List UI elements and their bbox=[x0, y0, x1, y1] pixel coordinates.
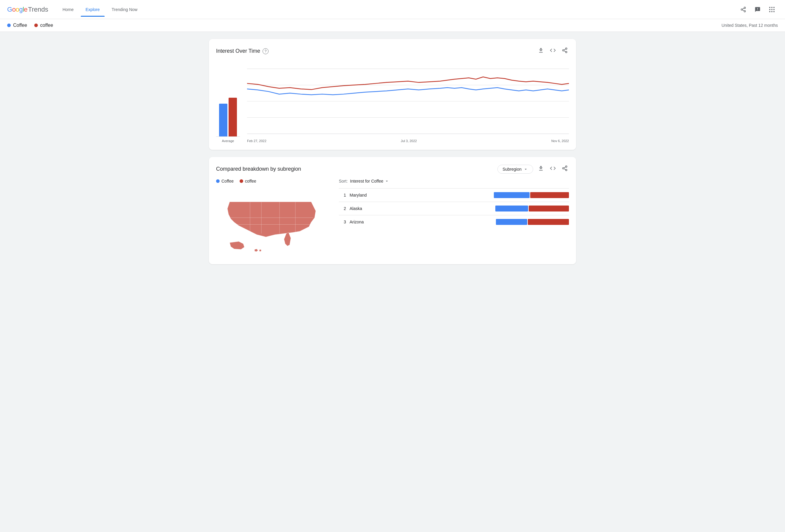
rank-1: 1 bbox=[339, 193, 346, 197]
svg-point-6 bbox=[563, 50, 564, 51]
nav-home[interactable]: Home bbox=[58, 5, 78, 14]
region-bar-blue-3 bbox=[496, 219, 527, 225]
term2-dot bbox=[34, 24, 38, 27]
red-line bbox=[247, 77, 569, 90]
share-button-interest[interactable] bbox=[561, 46, 569, 56]
feedback-button[interactable] bbox=[752, 4, 763, 16]
feedback-icon bbox=[755, 6, 761, 12]
region-name-3: Arizona bbox=[350, 219, 492, 224]
embed-button-interest[interactable] bbox=[549, 46, 557, 56]
term1-dot bbox=[7, 24, 11, 27]
search-term-2: coffee bbox=[34, 23, 53, 28]
region-bar-blue-1 bbox=[494, 192, 530, 198]
search-bar-area: Coffee coffee United States, Past 12 mon… bbox=[0, 19, 785, 32]
svg-point-0 bbox=[744, 7, 746, 8]
region-bar-blue-2 bbox=[495, 206, 528, 212]
region-name-2: Alaska bbox=[350, 206, 492, 211]
svg-point-7 bbox=[566, 51, 567, 53]
region-bar-red-1 bbox=[530, 192, 569, 198]
breakdown-title: Compared breakdown by subregion bbox=[216, 166, 301, 172]
download-button-interest[interactable] bbox=[537, 46, 545, 56]
usa-map-svg bbox=[216, 188, 329, 256]
legend-label-coffee: Coffee bbox=[222, 179, 234, 184]
svg-line-22 bbox=[564, 168, 566, 169]
search-term-1: Coffee bbox=[7, 23, 27, 28]
region-bar-red-2 bbox=[529, 206, 569, 212]
card-header-breakdown: Compared breakdown by subregion Subregio… bbox=[216, 164, 569, 174]
embed-icon-breakdown bbox=[550, 165, 556, 171]
chevron-down-icon bbox=[523, 167, 528, 171]
apps-icon bbox=[769, 7, 775, 12]
chart-container: Average 100 75 50 25 bbox=[216, 61, 569, 143]
region-row-1: 1 Maryland bbox=[339, 188, 569, 202]
legend-dot-blue bbox=[216, 179, 220, 183]
x-axis-labels: Feb 27, 2022 Jul 3, 2022 Nov 6, 2022 bbox=[247, 139, 569, 143]
line-chart-svg: 100 75 50 25 bbox=[247, 65, 569, 137]
svg-point-21 bbox=[566, 169, 567, 171]
region-bar-red-3 bbox=[528, 219, 569, 225]
header: Google Trends Home Explore Trending Now bbox=[0, 0, 785, 19]
download-button-breakdown[interactable] bbox=[537, 164, 545, 174]
share-icon-interest bbox=[562, 47, 568, 53]
rank-3: 3 bbox=[339, 219, 346, 224]
interest-over-time-card: Interest Over Time ? bbox=[209, 39, 576, 150]
svg-line-8 bbox=[564, 51, 566, 52]
nav-explore[interactable]: Explore bbox=[81, 5, 104, 14]
legend-item-coffee: Coffee bbox=[216, 179, 234, 184]
card-actions-breakdown: Subregion bbox=[498, 164, 569, 174]
subregion-label: Subregion bbox=[503, 167, 522, 171]
breakdown-right: Sort: Interest for Coffee 1 Maryland bbox=[339, 179, 569, 257]
avg-baseline bbox=[216, 136, 240, 137]
logo-container: Google Trends bbox=[7, 6, 48, 14]
svg-line-4 bbox=[742, 8, 744, 9]
card-actions-interest bbox=[537, 46, 569, 56]
sort-chevron-icon bbox=[384, 179, 389, 184]
svg-point-2 bbox=[744, 10, 746, 12]
avg-bar-red bbox=[229, 98, 237, 136]
download-icon-breakdown bbox=[538, 165, 544, 171]
avg-bar-blue bbox=[219, 104, 227, 136]
breakdown-legend: Coffee coffee bbox=[216, 179, 329, 184]
blue-line bbox=[247, 87, 569, 95]
line-chart-area: 100 75 50 25 Feb 27, 2022 Jul 3, 2022 No… bbox=[247, 65, 569, 143]
help-icon[interactable]: ? bbox=[262, 48, 269, 54]
main-content: Interest Over Time ? bbox=[202, 32, 583, 278]
breakdown-card: Compared breakdown by subregion Subregio… bbox=[209, 157, 576, 264]
embed-icon bbox=[550, 47, 556, 53]
x-label-end: Nov 6, 2022 bbox=[551, 139, 569, 143]
apps-button[interactable] bbox=[766, 4, 778, 16]
legend-dot-red bbox=[239, 179, 243, 183]
sort-row: Sort: Interest for Coffee bbox=[339, 179, 569, 184]
region-info: United States, Past 12 months bbox=[721, 23, 778, 28]
subregion-button[interactable]: Subregion bbox=[498, 165, 533, 174]
svg-line-9 bbox=[564, 49, 566, 50]
google-logo: Google bbox=[7, 6, 27, 14]
avg-bars-row bbox=[219, 89, 237, 136]
nav-links: Home Explore Trending Now bbox=[58, 5, 737, 14]
region-bars-1 bbox=[494, 192, 569, 198]
legend-item-coffee-lower: coffee bbox=[239, 179, 256, 184]
share-button[interactable] bbox=[737, 4, 749, 16]
term2-label: coffee bbox=[40, 23, 53, 28]
svg-point-1 bbox=[741, 9, 743, 10]
sort-label: Sort: bbox=[339, 179, 348, 184]
region-bars-2 bbox=[495, 206, 569, 212]
sort-dropdown[interactable]: Interest for Coffee bbox=[350, 179, 389, 184]
card-header-interest: Interest Over Time ? bbox=[216, 46, 569, 56]
nav-trending[interactable]: Trending Now bbox=[107, 5, 143, 14]
share-button-breakdown[interactable] bbox=[561, 164, 569, 174]
card-title-row: Interest Over Time ? bbox=[216, 48, 269, 54]
term1-label: Coffee bbox=[13, 23, 27, 28]
svg-point-5 bbox=[566, 48, 567, 49]
region-row-2: 2 Alaska bbox=[339, 202, 569, 215]
map-container: Coffee coffee bbox=[216, 179, 329, 257]
rank-2: 2 bbox=[339, 206, 346, 211]
share-icon-breakdown bbox=[562, 165, 568, 171]
search-terms: Coffee coffee bbox=[7, 23, 53, 28]
svg-line-3 bbox=[742, 10, 744, 11]
region-list: 1 Maryland 2 Alaska bbox=[339, 188, 569, 229]
x-label-mid: Jul 3, 2022 bbox=[401, 139, 417, 143]
trends-label: Trends bbox=[28, 6, 48, 14]
embed-button-breakdown[interactable] bbox=[549, 164, 557, 174]
download-icon bbox=[538, 47, 544, 53]
